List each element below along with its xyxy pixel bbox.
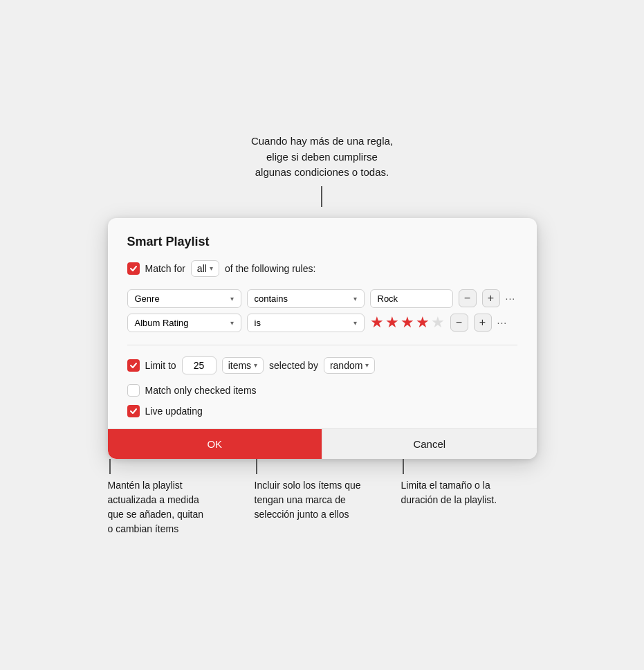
rule2-operator-select[interactable]: is ▾ xyxy=(247,314,365,332)
live-updating-label: Live updating xyxy=(145,406,203,417)
top-callout: Cuando hay más de una regla, elige si de… xyxy=(251,134,393,207)
minus-icon: − xyxy=(456,316,462,329)
match-only-label: Match only checked items xyxy=(145,385,257,396)
callout-live-updating: Mantén la playlist actualizada a medida … xyxy=(108,459,249,536)
chevron-down-icon: ▾ xyxy=(210,264,213,272)
star-2[interactable]: ★ xyxy=(385,314,399,332)
rules-section: Genre ▾ contains ▾ − + ··· xyxy=(127,289,517,332)
rule1-operator-select[interactable]: contains ▾ xyxy=(247,289,365,308)
selected-by-label: selected by xyxy=(269,360,318,371)
rule1-field-select[interactable]: Genre ▾ xyxy=(127,289,241,308)
match-all-select[interactable]: all ▾ xyxy=(191,260,219,277)
callout-live-updating-text: Mantén la playlist actualizada a medida … xyxy=(108,478,243,536)
callout-limit: Limita el tamaño o la duración de la pla… xyxy=(396,459,537,536)
cancel-button[interactable]: Cancel xyxy=(322,429,537,459)
callout-limit-text: Limita el tamaño o la duración de la pla… xyxy=(401,478,537,507)
plus-icon: + xyxy=(479,316,486,329)
live-updating-checkbox[interactable] xyxy=(127,405,140,417)
rule-row-1: Genre ▾ contains ▾ − + ··· xyxy=(127,289,517,308)
bottom-callouts: Mantén la playlist actualizada a medida … xyxy=(108,459,537,536)
rule1-value-input[interactable] xyxy=(370,289,453,308)
rule2-field-select[interactable]: Album Rating ▾ xyxy=(127,314,241,332)
limit-value-input[interactable] xyxy=(182,356,217,374)
rule-row-2: Album Rating ▾ is ▾ ★ ★ ★ ★ ★ xyxy=(127,314,517,332)
match-label: Match for xyxy=(145,263,185,274)
dialog-title: Smart Playlist xyxy=(127,235,517,249)
match-row: Match for all ▾ of the following rules: xyxy=(127,260,517,277)
star-4[interactable]: ★ xyxy=(416,314,430,332)
selected-by-select[interactable]: random ▾ xyxy=(324,357,375,374)
callout-match-only: Incluir solo los ítems que tengan una ma… xyxy=(249,459,396,536)
chevron-down-icon: ▾ xyxy=(353,295,357,302)
rule2-minus-button[interactable]: − xyxy=(450,314,468,332)
chevron-down-icon: ▾ xyxy=(254,361,257,369)
smart-playlist-dialog: Smart Playlist Match for all ▾ of the fo… xyxy=(108,218,537,459)
match-only-checkbox[interactable] xyxy=(127,384,140,397)
rule1-more-button[interactable]: ··· xyxy=(506,293,516,304)
star-5[interactable]: ★ xyxy=(431,314,445,332)
limit-unit-select[interactable]: items ▾ xyxy=(222,357,264,374)
rule1-minus-button[interactable]: − xyxy=(459,289,477,307)
rating-stars[interactable]: ★ ★ ★ ★ ★ xyxy=(370,314,445,332)
chevron-down-icon: ▾ xyxy=(230,319,234,327)
chevron-down-icon: ▾ xyxy=(230,295,234,302)
rule1-plus-button[interactable]: + xyxy=(482,289,500,307)
match-checkbox[interactable] xyxy=(127,262,140,275)
callout-match-only-text: Incluir solo los ítems que tengan una ma… xyxy=(255,478,390,522)
ok-button[interactable]: OK xyxy=(108,429,322,459)
limit-checkbox[interactable] xyxy=(127,359,140,372)
chevron-down-icon: ▾ xyxy=(353,319,357,327)
rule2-more-button[interactable]: ··· xyxy=(497,317,508,328)
limit-label: Limit to xyxy=(145,360,176,371)
star-1[interactable]: ★ xyxy=(370,314,384,332)
plus-icon: + xyxy=(488,292,494,305)
chevron-down-icon: ▾ xyxy=(365,361,369,369)
match-only-row: Match only checked items xyxy=(127,384,517,397)
minus-icon: − xyxy=(464,292,470,305)
live-updating-row: Live updating xyxy=(127,405,517,417)
star-3[interactable]: ★ xyxy=(401,314,414,332)
limit-row: Limit to items ▾ selected by random ▾ xyxy=(127,356,517,374)
dialog-buttons: OK Cancel xyxy=(108,428,537,459)
top-callout-text: Cuando hay más de una regla, elige si de… xyxy=(251,135,393,178)
rule2-plus-button[interactable]: + xyxy=(474,314,492,332)
divider xyxy=(127,345,517,345)
match-suffix: of the following rules: xyxy=(225,263,316,274)
